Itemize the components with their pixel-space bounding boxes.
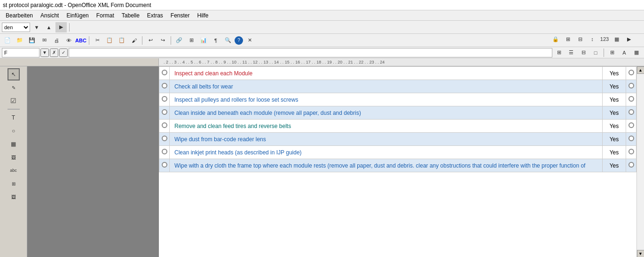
- copy-btn[interactable]: 📋: [104, 35, 115, 46]
- paste-btn[interactable]: 📋: [116, 35, 127, 46]
- circle-tool[interactable]: ○: [8, 125, 20, 137]
- arrow-btn[interactable]: ↕: [587, 34, 598, 44]
- radio-right[interactable]: [628, 136, 634, 141]
- right-tool-1[interactable]: ⊞: [553, 48, 565, 58]
- radio-right-cell: [626, 120, 636, 133]
- right-tool-2[interactable]: ☰: [565, 48, 577, 58]
- num-btn[interactable]: 123: [599, 34, 610, 44]
- email-btn[interactable]: ✉: [39, 35, 50, 46]
- checkbox-tool[interactable]: ☑: [8, 95, 20, 107]
- radio-left[interactable]: [162, 149, 167, 154]
- open-btn[interactable]: 📁: [14, 35, 25, 46]
- layout-btn[interactable]: ⊞: [562, 34, 573, 44]
- menu-fenster[interactable]: Fenster: [167, 11, 194, 20]
- task-text: Remove and clean feed tires and reverse …: [174, 123, 291, 129]
- radio-left[interactable]: [162, 136, 167, 141]
- table-btn[interactable]: ⊞: [186, 35, 197, 46]
- format-paint-btn[interactable]: 🖌: [128, 35, 140, 46]
- menu-bearbeiten[interactable]: Bearbeiten: [2, 11, 37, 20]
- task-text: Inspect all pulleys and rollers for loos…: [174, 96, 298, 103]
- nav-prev-btn[interactable]: ▼: [31, 22, 42, 32]
- right-tool-3[interactable]: ⊟: [578, 48, 589, 58]
- yes-cell: Yes: [603, 67, 626, 80]
- pilcrow-btn[interactable]: ¶: [210, 35, 221, 46]
- right-scrollbar[interactable]: ▲ ▼: [636, 66, 644, 257]
- radio-right[interactable]: [628, 83, 634, 88]
- right-tool-6[interactable]: A: [619, 48, 630, 58]
- top-right-tools: 🔒 ⊞ ⊟ ↕ 123 ▦ ▶: [550, 34, 635, 44]
- image-tool[interactable]: 🖼: [8, 151, 20, 163]
- scroll-up-btn[interactable]: ▲: [637, 66, 644, 74]
- print-btn[interactable]: 🖨: [51, 35, 62, 46]
- task-cell: Clean inkjet print heads (as described i…: [170, 146, 603, 159]
- undo-btn[interactable]: ↩: [145, 35, 156, 46]
- grid-btn[interactable]: ▦: [611, 34, 622, 44]
- sep1: [69, 23, 70, 32]
- radio-left[interactable]: [162, 109, 167, 115]
- nav-next-btn[interactable]: ▶: [55, 22, 67, 32]
- listgrid-tool[interactable]: ⊞: [8, 177, 20, 190]
- preview-btn[interactable]: 👁: [63, 35, 74, 46]
- radio-left[interactable]: [162, 96, 167, 102]
- radio-right[interactable]: [628, 162, 634, 168]
- formula-cancel-btn[interactable]: ▼: [40, 48, 49, 57]
- right-tool-4[interactable]: □: [590, 48, 601, 58]
- img2-tool[interactable]: 🖼: [8, 191, 20, 203]
- menu-ansicht[interactable]: Ansicht: [37, 11, 63, 20]
- grid-tool[interactable]: ▦: [8, 138, 20, 150]
- find-btn[interactable]: 🔍: [222, 35, 234, 46]
- menu-hilfe[interactable]: Hilfe: [194, 11, 212, 20]
- right-tool-5[interactable]: ⊞: [606, 48, 618, 58]
- table-row: Check all belts for wearYes: [159, 80, 636, 93]
- spell-btn[interactable]: ABC: [75, 35, 86, 46]
- main-area: ↖ ✎ ☑ T ○ ▦ 🖼 abc ⊞ 🖼 Inspect and clean …: [0, 66, 644, 257]
- lock-btn[interactable]: 🔒: [550, 34, 561, 44]
- left-sidebar: ↖ ✎ ☑ T ○ ▦ 🖼 abc ⊞ 🖼: [0, 66, 27, 257]
- radio-right[interactable]: [628, 122, 634, 128]
- yes-cell: Yes: [603, 80, 626, 93]
- scroll-right[interactable]: ▶: [623, 34, 635, 44]
- cursor-tool[interactable]: ↖: [8, 68, 20, 80]
- menu-einfuegen[interactable]: Einfügen: [63, 11, 92, 20]
- save-btn[interactable]: 💾: [26, 35, 38, 46]
- toolbar-2: 📄 📁 💾 ✉ 🖨 👁 ABC ✂ 📋 📋 🖌 ↩ ↪ 🔗 ⊞ 📊 ¶ 🔍 ? …: [0, 34, 644, 47]
- formula-input[interactable]: [69, 48, 552, 57]
- form-select-tool[interactable]: ✎: [8, 81, 20, 94]
- scroll-down-btn[interactable]: ▼: [637, 250, 644, 257]
- menu-format[interactable]: Format: [93, 11, 118, 20]
- new-btn[interactable]: 📄: [2, 35, 13, 46]
- menu-extras[interactable]: Extras: [143, 11, 167, 20]
- help-btn[interactable]: ?: [235, 36, 243, 45]
- radio-left-cell: [159, 159, 170, 172]
- display-btn[interactable]: ⊟: [574, 34, 586, 44]
- radio-right[interactable]: [628, 149, 634, 154]
- link-btn[interactable]: 🔗: [173, 35, 185, 46]
- redo-btn[interactable]: ↪: [157, 35, 168, 46]
- radio-right-cell: [626, 80, 636, 93]
- radio-left[interactable]: [162, 122, 167, 128]
- nav-up-btn[interactable]: ▲: [43, 22, 55, 32]
- text-tool[interactable]: T: [8, 112, 20, 124]
- abc-tool[interactable]: abc: [8, 164, 20, 177]
- chart-btn[interactable]: 📊: [198, 35, 209, 46]
- menu-tabelle[interactable]: Tabelle: [118, 11, 143, 20]
- radio-right-cell: [626, 93, 636, 106]
- doc-content-area: Inspect and clean each ModuleYesCheck al…: [159, 66, 636, 257]
- formula-check-btn[interactable]: ✓: [59, 48, 68, 57]
- radio-right[interactable]: [628, 109, 634, 115]
- close-toolbar-btn[interactable]: ✕: [244, 35, 255, 46]
- radio-left[interactable]: [162, 162, 167, 168]
- name-box[interactable]: F: [2, 48, 39, 57]
- nav-select[interactable]: den: [2, 23, 30, 32]
- radio-right[interactable]: [628, 96, 634, 102]
- radio-left[interactable]: [162, 70, 167, 75]
- task-cell: Inspect all pulleys and rollers for loos…: [170, 93, 603, 106]
- radio-right[interactable]: [628, 70, 634, 75]
- formula-x-btn[interactable]: ✗: [50, 48, 58, 57]
- right-tool-7[interactable]: ▦: [631, 48, 642, 58]
- sep3: [142, 36, 142, 45]
- radio-left-cell: [159, 67, 170, 80]
- radio-right-cell: [626, 106, 636, 120]
- radio-left[interactable]: [162, 83, 167, 88]
- cut-btn[interactable]: ✂: [92, 35, 103, 46]
